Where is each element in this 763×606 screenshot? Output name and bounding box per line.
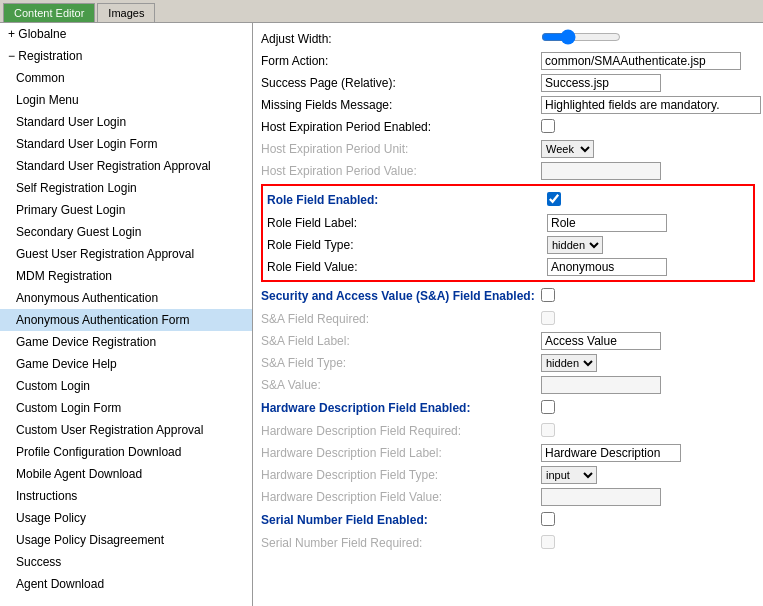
sidebar-item-standard-user-reg-approval[interactable]: Standard User Registration Approval xyxy=(0,155,252,177)
toggle-icon: + xyxy=(8,27,18,41)
success-page-input[interactable] xyxy=(541,74,661,92)
sa-field-type-value: hidden text select xyxy=(541,354,755,372)
hw-field-label-input[interactable] xyxy=(541,444,681,462)
row-sa-enabled: Security and Access Value (S&A) Field En… xyxy=(261,284,755,308)
host-exp-enabled-checkbox[interactable] xyxy=(541,119,555,133)
role-field-type-select[interactable]: hidden text select xyxy=(547,236,603,254)
sidebar-item-globalne[interactable]: + Globalne xyxy=(0,23,252,45)
hw-enabled-value xyxy=(541,400,755,417)
sidebar-item-game-device-help[interactable]: Game Device Help xyxy=(0,353,252,375)
hw-field-label-label: Hardware Description Field Label: xyxy=(261,446,541,460)
role-enabled-label: Role Field Enabled: xyxy=(267,190,547,210)
sidebar-item-login-menu[interactable]: Login Menu xyxy=(0,89,252,111)
hw-required-checkbox[interactable] xyxy=(541,423,555,437)
role-field-value-value xyxy=(547,258,749,276)
sidebar-item-mobile-agent-download[interactable]: Mobile Agent Download xyxy=(0,463,252,485)
right-panel: Adjust Width: Form Action: Success Page … xyxy=(253,23,763,606)
sidebar-item-standard-user-login-form[interactable]: Standard User Login Form xyxy=(0,133,252,155)
sidebar-item-primary-guest-login[interactable]: Primary Guest Login xyxy=(0,199,252,221)
sidebar-item-common[interactable]: Common xyxy=(0,67,252,89)
serial-enabled-label: Serial Number Field Enabled: xyxy=(261,510,541,530)
sidebar-item-guest-user-reg-approval[interactable]: Guest User Registration Approval xyxy=(0,243,252,265)
serial-enabled-checkbox[interactable] xyxy=(541,512,555,526)
serial-enabled-value xyxy=(541,512,755,529)
sa-required-value xyxy=(541,311,755,328)
sa-field-type-label: S&A Field Type: xyxy=(261,356,541,370)
hw-required-value xyxy=(541,423,755,440)
sidebar-item-usage-policy-disagreement[interactable]: Usage Policy Disagreement xyxy=(0,529,252,551)
sidebar-item-anonymous-authentication[interactable]: Anonymous Authentication xyxy=(0,287,252,309)
row-hw-type: Hardware Description Field Type: input h… xyxy=(261,464,755,486)
hw-enabled-checkbox[interactable] xyxy=(541,400,555,414)
sidebar-item-usage-policy[interactable]: Usage Policy xyxy=(0,507,252,529)
hw-type-value: input hidden text xyxy=(541,466,755,484)
sidebar-item-standard-user-login[interactable]: Standard User Login xyxy=(0,111,252,133)
sidebar-item-custom-login-form[interactable]: Custom Login Form xyxy=(0,397,252,419)
row-missing-fields: Missing Fields Message: xyxy=(261,94,755,116)
tab-bar: Content Editor Images xyxy=(0,0,763,23)
form-action-label: Form Action: xyxy=(261,54,541,68)
role-field-label-input[interactable] xyxy=(547,214,667,232)
hw-type-select[interactable]: input hidden text xyxy=(541,466,597,484)
hw-field-label-value xyxy=(541,444,755,462)
serial-required-checkbox[interactable] xyxy=(541,535,555,549)
missing-fields-input[interactable] xyxy=(541,96,761,114)
role-field-label-value xyxy=(547,214,749,232)
toggle-icon: − xyxy=(8,49,18,63)
sidebar-item-secondary-guest-login[interactable]: Secondary Guest Login xyxy=(0,221,252,243)
sidebar-item-success[interactable]: Success xyxy=(0,551,252,573)
sidebar-item-profile-config-download[interactable]: Profile Configuration Download xyxy=(0,441,252,463)
tab-content-editor[interactable]: Content Editor xyxy=(3,3,95,22)
sidebar-item-self-registration-login[interactable]: Self Registration Login xyxy=(0,177,252,199)
form-action-input[interactable] xyxy=(541,52,741,70)
host-exp-enabled-label: Host Expiration Period Enabled: xyxy=(261,120,541,134)
sa-enabled-label: Security and Access Value (S&A) Field En… xyxy=(261,286,541,306)
sidebar-item-registration[interactable]: − Registration xyxy=(0,45,252,67)
sidebar-item-mdm-registration[interactable]: MDM Registration xyxy=(0,265,252,287)
row-role-label: Role Field Label: xyxy=(267,212,749,234)
adjust-width-slider[interactable] xyxy=(541,29,621,45)
sa-required-checkbox[interactable] xyxy=(541,311,555,325)
role-field-value-input[interactable] xyxy=(547,258,667,276)
sidebar-item-agent-download[interactable]: Agent Download xyxy=(0,573,252,595)
host-exp-val-input[interactable] xyxy=(541,162,661,180)
role-enabled-checkbox[interactable] xyxy=(547,192,561,206)
sidebar-item-custom-login[interactable]: Custom Login xyxy=(0,375,252,397)
role-field-type-value: hidden text select xyxy=(547,236,749,254)
hw-value-label: Hardware Description Field Value: xyxy=(261,490,541,504)
role-enabled-value xyxy=(547,192,749,209)
sa-enabled-checkbox[interactable] xyxy=(541,288,555,302)
row-role-enabled: Role Field Enabled: xyxy=(267,188,749,212)
row-serial-enabled: Serial Number Field Enabled: xyxy=(261,508,755,532)
row-sa-type: S&A Field Type: hidden text select xyxy=(261,352,755,374)
sa-field-label-input[interactable] xyxy=(541,332,661,350)
role-field-label-label: Role Field Label: xyxy=(267,216,547,230)
content-area: + Globalne − Registration Common Login M… xyxy=(0,23,763,606)
hw-enabled-label: Hardware Description Field Enabled: xyxy=(261,398,541,418)
hw-value-input[interactable] xyxy=(541,488,661,506)
row-host-exp-enabled: Host Expiration Period Enabled: xyxy=(261,116,755,138)
row-hw-enabled: Hardware Description Field Enabled: xyxy=(261,396,755,420)
sa-field-label-value xyxy=(541,332,755,350)
sa-value-input[interactable] xyxy=(541,376,661,394)
role-field-section: Role Field Enabled: Role Field Label: xyxy=(261,184,755,282)
sidebar-item-custom-user-reg-approval[interactable]: Custom User Registration Approval xyxy=(0,419,252,441)
sidebar-item-game-device-registration[interactable]: Game Device Registration xyxy=(0,331,252,353)
host-exp-unit-select[interactable]: Week Day Month xyxy=(541,140,594,158)
row-role-type: Role Field Type: hidden text select xyxy=(267,234,749,256)
host-exp-unit-value: Week Day Month xyxy=(541,140,755,158)
sa-field-label-label: S&A Field Label: xyxy=(261,334,541,348)
row-form-action: Form Action: xyxy=(261,50,755,72)
row-hw-required: Hardware Description Field Required: xyxy=(261,420,755,442)
sa-field-type-select[interactable]: hidden text select xyxy=(541,354,597,372)
adjust-width-value xyxy=(541,29,755,48)
hw-required-label: Hardware Description Field Required: xyxy=(261,424,541,438)
tab-images[interactable]: Images xyxy=(97,3,155,22)
row-hw-label: Hardware Description Field Label: xyxy=(261,442,755,464)
missing-fields-label: Missing Fields Message: xyxy=(261,98,541,112)
row-serial-required: Serial Number Field Required: xyxy=(261,532,755,554)
sidebar-item-anonymous-auth-form[interactable]: Anonymous Authentication Form xyxy=(0,309,252,331)
host-exp-val-value xyxy=(541,162,755,180)
row-sa-label: S&A Field Label: xyxy=(261,330,755,352)
sidebar-item-instructions[interactable]: Instructions xyxy=(0,485,252,507)
